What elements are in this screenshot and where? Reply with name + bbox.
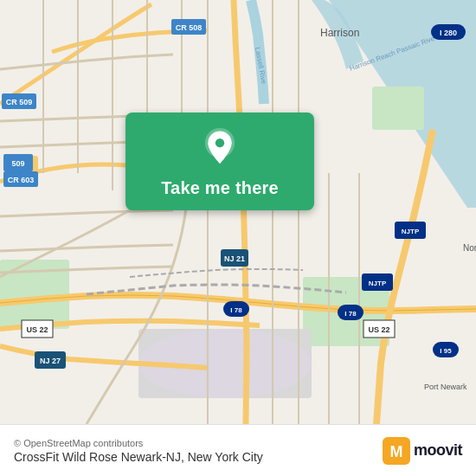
map-container: CR 509 CR 508 509 CR 603 I 280 NJ 21 I 7… <box>0 0 476 424</box>
map-svg: CR 509 CR 508 509 CR 603 I 280 NJ 21 I 7… <box>0 0 476 424</box>
svg-text:CR 603: CR 603 <box>8 176 35 184</box>
moovit-brand-text: moovit <box>414 441 462 460</box>
svg-text:I 78: I 78 <box>344 310 357 318</box>
svg-text:I 78: I 78 <box>230 306 242 314</box>
moovit-icon-svg: M <box>383 437 410 465</box>
bottom-bar: © OpenStreetMap contributors CrossFit Wi… <box>0 424 476 476</box>
svg-text:North: North <box>463 243 476 253</box>
svg-text:CR 508: CR 508 <box>176 23 203 32</box>
svg-text:NJTP: NJTP <box>369 280 387 287</box>
svg-text:I 280: I 280 <box>440 29 457 37</box>
take-me-there-card[interactable]: Take me there <box>125 113 314 210</box>
place-info: © OpenStreetMap contributors CrossFit Wi… <box>14 438 263 464</box>
svg-text:Harrison: Harrison <box>320 27 359 39</box>
svg-text:Port Newark: Port Newark <box>424 383 467 391</box>
svg-text:NJ 27: NJ 27 <box>40 357 61 365</box>
svg-text:US 22: US 22 <box>26 325 48 334</box>
copyright-text: © OpenStreetMap contributors <box>14 438 263 448</box>
svg-text:NJTP: NJTP <box>402 228 420 235</box>
svg-point-42 <box>215 138 224 147</box>
take-me-there-button-label: Take me there <box>161 178 279 198</box>
svg-text:NJ 21: NJ 21 <box>224 254 245 263</box>
svg-text:CR 509: CR 509 <box>6 98 33 106</box>
svg-text:US 22: US 22 <box>368 325 389 334</box>
location-pin-icon <box>199 128 241 170</box>
svg-text:I 95: I 95 <box>440 347 452 355</box>
moovit-logo: M moovit <box>383 437 462 465</box>
svg-text:509: 509 <box>11 159 24 168</box>
svg-rect-3 <box>372 87 424 130</box>
svg-text:M: M <box>389 443 402 460</box>
place-name: CrossFit Wild Rose Newark-NJ, New York C… <box>14 450 263 464</box>
